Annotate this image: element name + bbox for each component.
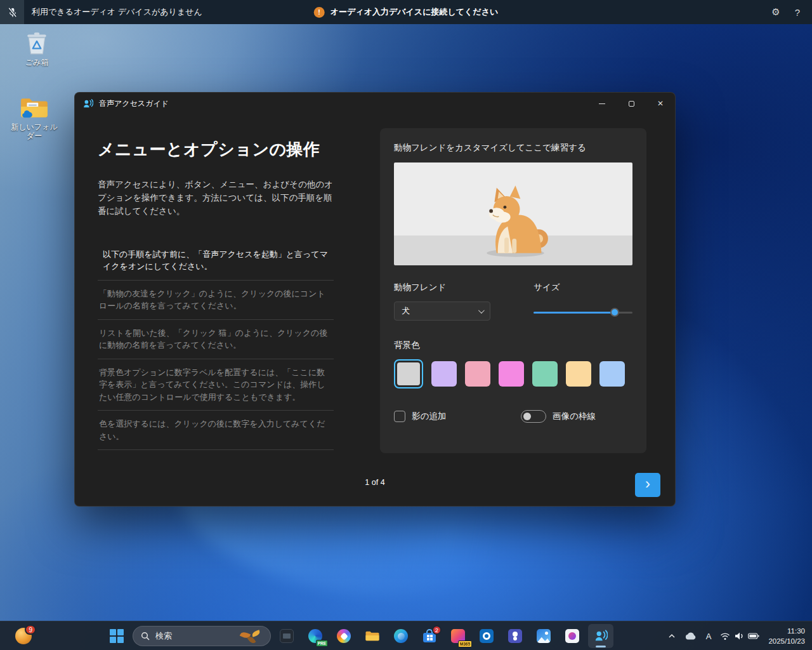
folder-icon (20, 95, 49, 121)
practice-caption: 動物フレンドをカスタマイズしてここで練習する (394, 142, 632, 154)
voice-help-button[interactable]: ? (788, 3, 807, 22)
maximize-icon (629, 101, 634, 107)
animal-dropdown[interactable]: 犬 (394, 302, 490, 321)
guide-steps: 以下の手順を試す前に、「音声アクセスを起動」と言ってマイクをオンにしてください。… (98, 241, 334, 451)
file-explorer-button[interactable] (360, 624, 385, 648)
close-icon: ✕ (657, 99, 664, 108)
clipchamp-button[interactable] (560, 624, 585, 648)
page-indicator: 1 of 4 (75, 478, 675, 487)
help-icon: ? (795, 7, 800, 18)
edge-button[interactable] (388, 624, 414, 648)
onedrive-button[interactable] (680, 623, 702, 649)
animal-select-label: 動物フレンド (394, 282, 521, 293)
guide-step: 色を選択するには、クリックの後に数字を入力してみてください。 (98, 411, 334, 450)
guide-step: 以下の手順を試す前に、「音声アクセスを起動」と言ってマイクをオンにしてください。 (98, 241, 334, 281)
tray-date: 2025/10/23 (768, 636, 805, 646)
preview-badge: PRE (316, 640, 328, 647)
shadow-checkbox-label: 影の追加 (412, 411, 446, 422)
size-slider[interactable] (534, 307, 632, 317)
color-swatch[interactable] (465, 361, 490, 387)
window-title: 音声アクセスガイド (99, 98, 169, 109)
next-button[interactable]: › (635, 473, 660, 497)
recycle-bin-icon (23, 29, 50, 56)
maximize-button[interactable] (617, 93, 646, 114)
photos-button[interactable] (531, 624, 556, 648)
edge-icon (394, 629, 408, 643)
voice-access-app-icon (82, 98, 93, 109)
microphone-muted-button[interactable] (0, 0, 24, 24)
color-swatch[interactable] (532, 361, 558, 387)
widgets-badge: 9 (25, 625, 36, 635)
shadow-checkbox[interactable] (394, 411, 405, 422)
connect-audio-message: オーディオ入力デバイスに接続してください (331, 6, 499, 18)
task-view-button[interactable] (274, 624, 299, 648)
gear-icon: ⚙ (771, 6, 780, 17)
windows-logo-icon (110, 629, 124, 643)
voice-bar-actions: ⚙ ? (766, 3, 812, 22)
quick-settings-button[interactable] (716, 623, 764, 649)
outlook-button[interactable] (474, 624, 499, 648)
new-folder-label: 新しいフォルダー (8, 123, 61, 141)
new-folder-shortcut[interactable]: 新しいフォルダー (8, 95, 61, 141)
edge-preview-button[interactable]: PRE (303, 624, 328, 648)
widgets-button[interactable]: 9 (10, 626, 37, 646)
guide-intro: 音声アクセスにより、ボタン、メニュー、およびその他のオプションを操作できます。方… (98, 178, 334, 218)
desktop: ごみ箱 新しいフォルダー 利用できるオーディオ デバイスがありません ! (0, 0, 812, 650)
option-row: 影の追加 画像の枠線 (394, 410, 632, 423)
color-swatch[interactable] (431, 361, 457, 387)
chevron-up-icon (668, 633, 676, 639)
color-swatch[interactable] (599, 361, 625, 387)
copilot-icon (337, 629, 351, 643)
toggle-knob (523, 413, 531, 420)
animal-size-controls: 動物フレンド 犬 サイズ (394, 282, 632, 321)
voice-bar-message-group: ! オーディオ入力デバイスに接続してください (314, 6, 499, 18)
slider-thumb[interactable] (610, 308, 619, 317)
ime-mode-button[interactable]: A (702, 623, 716, 649)
size-label: サイズ (534, 282, 632, 293)
voice-settings-button[interactable]: ⚙ (766, 3, 785, 22)
clock-button[interactable]: 11:30 2025/10/23 (764, 623, 809, 649)
border-toggle[interactable] (521, 410, 546, 423)
minimize-button[interactable] (587, 93, 617, 114)
chevron-down-icon (478, 307, 485, 314)
microsoft-365-button[interactable]: M365 (445, 624, 471, 648)
recycle-bin-label: ごみ箱 (25, 58, 49, 67)
minimize-icon (599, 103, 605, 104)
search-icon (141, 632, 150, 640)
ime-mode-label: A (706, 632, 712, 641)
warning-icon: ! (314, 7, 325, 18)
widgets-icon: 9 (15, 628, 32, 644)
store-button[interactable]: 2 (417, 624, 442, 648)
dog-illustration (457, 183, 569, 260)
taskbar: 9 検索 PRE (0, 621, 812, 650)
clipchamp-icon (565, 629, 579, 643)
color-swatch-selected[interactable] (394, 359, 423, 388)
file-explorer-icon (365, 630, 380, 642)
animal-preview (394, 162, 632, 265)
hidden-icons-button[interactable] (664, 623, 680, 649)
close-button[interactable]: ✕ (646, 93, 675, 114)
slider-fill (534, 312, 615, 314)
color-swatch-row (394, 359, 632, 388)
start-button[interactable] (104, 624, 129, 648)
outlook-icon (480, 629, 494, 643)
copilot-button[interactable] (331, 624, 357, 648)
search-box[interactable]: 検索 (133, 626, 271, 646)
store-notification-badge: 2 (432, 625, 442, 635)
voice-access-taskbar-button[interactable] (588, 624, 613, 648)
color-swatch[interactable] (499, 361, 524, 387)
practice-panel: 動物フレンドをカスタマイズしてここで練習する (380, 128, 646, 453)
recycle-bin-shortcut[interactable]: ごみ箱 (10, 29, 63, 67)
system-tray: A 11:30 (664, 621, 809, 650)
background-color-label: 背景色 (394, 340, 632, 351)
seasonal-leaves-decoration (230, 627, 266, 646)
chevron-right-icon: › (645, 476, 650, 491)
teams-button[interactable] (502, 624, 528, 648)
voice-access-bar: 利用できるオーディオ デバイスがありません ! オーディオ入力デバイスに接続して… (0, 0, 812, 24)
taskbar-center: 検索 PRE (104, 624, 613, 648)
color-swatch[interactable] (397, 362, 420, 385)
color-swatch[interactable] (566, 361, 591, 387)
guide-step: 「動物の友達をクリック」のように、クリックの後にコントロールの名前を言ってみてく… (98, 281, 334, 320)
volume-icon (734, 632, 744, 640)
window-titlebar[interactable]: 音声アクセスガイド ✕ (75, 93, 675, 114)
